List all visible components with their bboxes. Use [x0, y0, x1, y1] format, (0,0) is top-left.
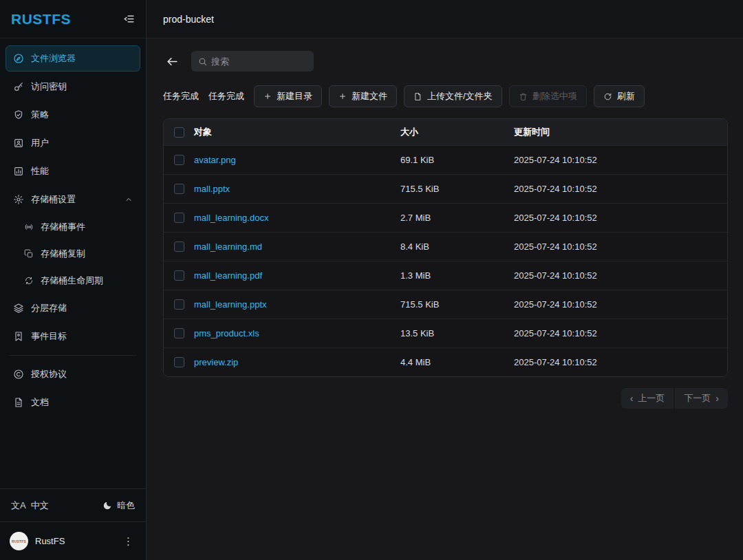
sidebar-collapse-icon[interactable] — [123, 13, 135, 25]
sidebar-item-file-browser[interactable]: 文件浏览器 — [6, 45, 140, 72]
file-size: 13.5 KiB — [400, 328, 514, 338]
sidebar-header: RUSTFS — [0, 0, 146, 39]
file-updated: 2025-07-24 10:10:52 — [514, 155, 727, 165]
new-directory-button[interactable]: 新建目录 — [254, 85, 322, 107]
column-header-object: 对象 — [194, 126, 400, 138]
search-box[interactable] — [191, 51, 314, 72]
row-checkbox[interactable] — [174, 357, 184, 367]
gear-icon — [13, 194, 24, 205]
sidebar-item-access-keys[interactable]: 访问密钥 — [6, 74, 140, 100]
status-text: 任务完成 — [208, 90, 244, 103]
table-header-row: 对象 大小 更新时间 — [164, 119, 727, 145]
sidebar-item-performance[interactable]: 性能 — [6, 158, 140, 184]
table-row: avatar.png 69.1 KiB 2025-07-24 10:10:52 — [164, 145, 727, 174]
file-link[interactable]: mall_learning.docx — [194, 213, 400, 223]
sidebar-item-label: 授权协议 — [31, 368, 67, 380]
file-link[interactable]: mall_learning.md — [194, 241, 400, 252]
sidebar-item-label: 用户 — [31, 137, 49, 149]
search-icon — [198, 57, 207, 66]
sidebar-item-tiered-storage[interactable]: 分层存储 — [6, 295, 140, 321]
upload-file-icon — [413, 92, 422, 101]
sidebar-item-label: 存储桶设置 — [31, 193, 76, 206]
file-updated: 2025-07-24 10:10:52 — [514, 213, 727, 223]
file-updated: 2025-07-24 10:10:52 — [514, 241, 727, 252]
row-checkbox[interactable] — [174, 241, 184, 252]
pagination: ‹ 上一页 下一页 › — [163, 388, 728, 409]
prev-page-button[interactable]: ‹ 上一页 — [621, 388, 674, 409]
status-text: 任务完成 — [163, 90, 199, 103]
theme-label: 暗色 — [117, 499, 135, 512]
action-toolbar: 任务完成 任务完成 新建目录 新建文件 — [163, 85, 728, 107]
sidebar-item-bucket-replication[interactable]: 存储桶复制 — [6, 241, 140, 266]
row-checkbox[interactable] — [174, 299, 184, 310]
sidebar-item-label: 存储桶复制 — [41, 248, 85, 260]
sidebar-bottom: 文A 中文 暗色 RUSTFS RustFS ⋮ — [0, 488, 146, 560]
shield-icon — [13, 109, 24, 120]
new-file-button[interactable]: 新建文件 — [329, 85, 397, 107]
delete-selected-button[interactable]: 删除选中项 — [509, 85, 587, 107]
sidebar-item-bucket-events[interactable]: 存储桶事件 — [6, 215, 140, 239]
file-link[interactable]: mall_learning.pdf — [194, 270, 400, 281]
sidebar-settings-row: 文A 中文 暗色 — [0, 489, 146, 521]
theme-toggle[interactable]: 暗色 — [103, 499, 135, 512]
file-updated: 2025-07-24 10:10:52 — [514, 328, 727, 338]
table-row: mall_learning.md 8.4 KiB 2025-07-24 10:1… — [164, 232, 727, 261]
table-row: mall.pptx 715.5 KiB 2025-07-24 10:10:52 — [164, 174, 727, 203]
select-all-checkbox[interactable] — [174, 127, 184, 138]
plus-icon — [263, 92, 272, 100]
sidebar-item-bucket-settings[interactable]: 存储桶设置 — [6, 186, 140, 213]
file-link[interactable]: mall.pptx — [194, 184, 400, 194]
file-link[interactable]: pms_product.xls — [194, 328, 400, 338]
file-link[interactable]: mall_learning.pptx — [194, 299, 400, 310]
search-input[interactable] — [211, 56, 301, 67]
sidebar-item-policies[interactable]: 策略 — [6, 102, 140, 128]
account-row[interactable]: RUSTFS RustFS ⋮ — [0, 521, 146, 560]
sidebar-divider — [10, 355, 136, 356]
sidebar-item-docs[interactable]: 文档 — [6, 389, 140, 416]
language-label: 中文 — [31, 499, 49, 512]
row-checkbox[interactable] — [174, 270, 184, 281]
row-checkbox[interactable] — [174, 213, 184, 223]
bookmark-person-icon — [13, 331, 24, 342]
sidebar-nav: 文件浏览器 访问密钥 策略 用户 — [0, 39, 146, 488]
copy-icon — [24, 249, 34, 259]
sidebar-item-label: 分层存储 — [31, 302, 67, 314]
file-size: 1.3 MiB — [400, 270, 514, 281]
account-menu-icon[interactable]: ⋮ — [120, 532, 136, 550]
chevron-up-icon — [125, 195, 133, 204]
file-link[interactable]: avatar.png — [194, 155, 400, 165]
next-page-label: 下一页 — [684, 392, 711, 405]
sidebar-item-license[interactable]: 授权协议 — [6, 361, 140, 387]
plus-icon — [338, 92, 347, 100]
sidebar-item-label: 文件浏览器 — [31, 52, 76, 65]
chevron-right-icon: › — [715, 393, 719, 404]
back-button[interactable] — [163, 52, 182, 71]
sidebar-item-label: 访问密钥 — [31, 80, 67, 93]
sidebar-item-label: 策略 — [31, 109, 49, 121]
brand-logo: RUSTFS — [11, 11, 71, 28]
sidebar-item-bucket-lifecycle[interactable]: 存储桶生命周期 — [6, 268, 140, 293]
table-row: pms_product.xls 13.5 KiB 2025-07-24 10:1… — [164, 319, 727, 347]
row-checkbox[interactable] — [174, 328, 184, 338]
sidebar-item-label: 存储桶生命周期 — [41, 274, 103, 287]
layers-icon — [13, 303, 24, 314]
sidebar-item-users[interactable]: 用户 — [6, 130, 140, 156]
column-header-updated: 更新时间 — [514, 126, 727, 138]
bucket-title: prod-bucket — [163, 14, 214, 25]
table-row: mall_learning.pdf 1.3 MiB 2025-07-24 10:… — [164, 261, 727, 290]
row-checkbox[interactable] — [174, 155, 184, 165]
upload-button[interactable]: 上传文件/文件夹 — [404, 85, 502, 107]
file-size: 2.7 MiB — [400, 213, 514, 223]
refresh-button[interactable]: 刷新 — [594, 85, 645, 107]
sidebar: RUSTFS 文件浏览器 访问密钥 — [0, 0, 147, 560]
table-row: preview.zip 4.4 MiB 2025-07-24 10:10:52 — [164, 347, 727, 376]
row-checkbox[interactable] — [174, 184, 184, 194]
sidebar-item-event-targets[interactable]: 事件目标 — [6, 323, 140, 349]
document-icon — [13, 397, 24, 408]
next-page-button[interactable]: 下一页 › — [675, 388, 728, 409]
file-link[interactable]: preview.zip — [194, 357, 400, 367]
sidebar-item-label: 存储桶事件 — [41, 221, 85, 233]
language-switcher[interactable]: 文A 中文 — [11, 499, 49, 512]
user-icon — [13, 138, 24, 149]
language-icon: 文A — [11, 499, 26, 512]
